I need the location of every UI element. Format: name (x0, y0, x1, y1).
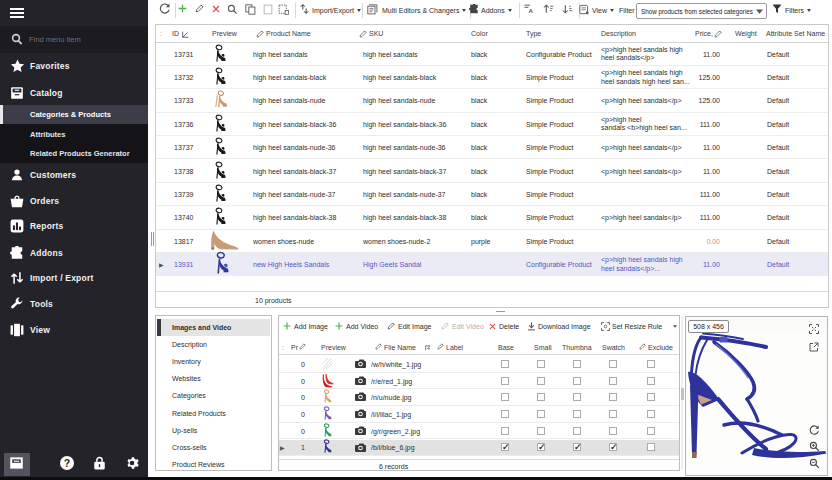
svg-text:A: A (528, 8, 533, 14)
